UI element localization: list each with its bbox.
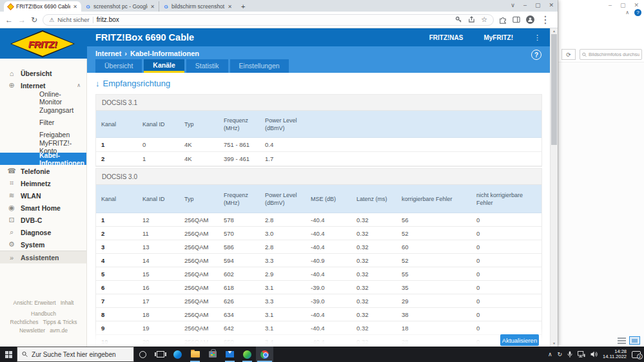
footer-link[interactable]: avm.de bbox=[50, 327, 68, 334]
collapse-ribbon-icon[interactable]: ∧ bbox=[625, 10, 629, 15]
taskbar-search[interactable] bbox=[17, 347, 134, 362]
fritz-nav-link[interactable]: MyFRITZ! bbox=[483, 34, 513, 41]
side-panel-icon[interactable] bbox=[512, 16, 520, 23]
fritz-tab[interactable]: Kanäle bbox=[144, 59, 184, 73]
sidebar-item[interactable]: ⚙ System bbox=[0, 238, 86, 251]
sidebar-item[interactable]: ⊡ DVB-C bbox=[0, 214, 86, 226]
fritz-nav-link[interactable]: FRITZ!NAS bbox=[429, 34, 463, 41]
help-icon[interactable]: ? bbox=[531, 50, 542, 60]
refresh-button[interactable]: ⟳ bbox=[561, 49, 576, 60]
footer-link[interactable]: Inhalt bbox=[61, 300, 74, 306]
close-icon[interactable]: ✕ bbox=[549, 2, 554, 8]
speaker-icon[interactable] bbox=[590, 351, 598, 357]
chrome-button[interactable] bbox=[256, 347, 273, 362]
password-key-icon[interactable] bbox=[455, 16, 462, 23]
task-view-button[interactable] bbox=[151, 347, 169, 362]
maximize-icon[interactable]: ▢ bbox=[535, 2, 541, 8]
start-button[interactable] bbox=[0, 347, 17, 362]
clock[interactable]: 14:28 14.11.2022 bbox=[603, 349, 627, 360]
microphone-icon[interactable] bbox=[567, 351, 572, 358]
tray-expand-icon[interactable]: ∧ bbox=[548, 351, 552, 357]
cortana-button[interactable] bbox=[134, 347, 151, 362]
sidebar-item[interactable]: Online-Monitor bbox=[0, 91, 86, 104]
photos-ribbon: ∧ ? bbox=[625, 9, 641, 16]
store-button[interactable] bbox=[204, 347, 221, 362]
browser-tab[interactable]: FRITZ!Box 6690 Cable ✕ bbox=[4, 1, 81, 12]
edge-beta-button[interactable] bbox=[239, 347, 256, 362]
share-icon[interactable] bbox=[468, 16, 475, 23]
list-view-icon[interactable] bbox=[618, 338, 626, 344]
file-explorer-button[interactable] bbox=[186, 347, 204, 362]
sidebar-item[interactable]: Zugangsart bbox=[0, 104, 86, 116]
reload-icon[interactable]: ↻ bbox=[31, 15, 37, 24]
sidebar-item[interactable]: Filter bbox=[0, 116, 86, 128]
photos-search-input[interactable] bbox=[589, 52, 639, 57]
breadcrumb-section[interactable]: Internet bbox=[95, 50, 121, 57]
fritz-menu-icon[interactable]: ⋮ bbox=[534, 33, 541, 42]
tab-title: screenshot pc - Google Suche bbox=[93, 3, 148, 10]
sidebar-item-label: Kabel-Informationen bbox=[39, 151, 84, 167]
cortana-icon bbox=[139, 351, 146, 358]
tab-close-icon[interactable]: ✕ bbox=[228, 4, 232, 10]
tab-search-chevron-icon[interactable]: ∨ bbox=[511, 2, 515, 8]
sidebar-item[interactable]: Kabel-Informationen bbox=[0, 153, 86, 165]
sidebar-item-label: Diagnose bbox=[21, 229, 51, 236]
fritzbox-page: FRITZ!Box 6690 Cable FRITZ!NASMyFRITZ! ⋮… bbox=[0, 28, 550, 347]
column-header: korrigierbare Fehler bbox=[396, 193, 471, 205]
sidebar-item[interactable]: ⌂ Übersicht bbox=[0, 67, 86, 79]
sidebar-item[interactable]: ☎ Telefonie bbox=[0, 165, 86, 177]
sidebar-item[interactable]: ⌗ Heimnetz bbox=[0, 177, 86, 189]
edge-button[interactable] bbox=[169, 347, 186, 362]
address-bar[interactable]: ⚠ Nicht sicher fritz.box ☆ bbox=[43, 14, 494, 26]
tile-view-icon[interactable] bbox=[629, 336, 640, 345]
help-icon[interactable]: ? bbox=[634, 9, 641, 16]
sidebar-item[interactable]: ◉ Smart Home bbox=[0, 202, 86, 214]
footer-link[interactable]: Tipps & Tricks bbox=[43, 319, 77, 325]
tab-close-icon[interactable]: ✕ bbox=[150, 4, 155, 10]
new-tab-button[interactable]: + bbox=[241, 3, 245, 12]
browser-window: FRITZ!Box 6690 Cable ✕ G screenshot pc -… bbox=[0, 0, 558, 347]
sidebar-item[interactable]: ≋ WLAN bbox=[0, 189, 86, 202]
forward-icon[interactable]: → bbox=[18, 15, 26, 24]
browser-tab[interactable]: G screenshot pc - Google Suche ✕ bbox=[81, 1, 159, 12]
chrome-icon bbox=[260, 350, 269, 359]
browser-tab[interactable]: G bildschirm screenshot erstellen - ✕ bbox=[159, 1, 236, 12]
breadcrumb-separator: › bbox=[124, 50, 127, 57]
browser-menu-icon[interactable]: ⋮ bbox=[540, 14, 551, 26]
close-icon[interactable]: ✕ bbox=[634, 2, 639, 8]
network-icon[interactable] bbox=[578, 351, 585, 357]
sync-icon[interactable]: ↻ bbox=[557, 351, 562, 357]
sidebar-item-icon: ⚙ bbox=[7, 240, 16, 249]
footer-link[interactable]: Handbuch bbox=[31, 310, 56, 317]
mail-button[interactable] bbox=[221, 347, 239, 362]
footer-link[interactable]: Ansicht: Erweitert bbox=[14, 300, 56, 306]
scroll-up-icon[interactable]: ▴ bbox=[551, 28, 558, 34]
bookmark-star-icon[interactable]: ☆ bbox=[481, 15, 487, 24]
footer-link[interactable]: Newsletter bbox=[19, 327, 45, 334]
docsis30-rows: 1 12 256QAM 578 2.8 -40.4 0.32 56 0 bbox=[96, 213, 542, 347]
scrollbar[interactable]: ▴ ▾ bbox=[550, 28, 558, 347]
notification-center-icon[interactable]: 2 bbox=[632, 351, 641, 358]
sidebar-item[interactable]: ⌕ Diagnose bbox=[0, 226, 86, 238]
sidebar-item[interactable]: » Assistenten bbox=[0, 251, 86, 263]
screen: – ▢ ✕ ∧ ? ⟳ bbox=[0, 0, 644, 362]
minimize-icon[interactable]: – bbox=[609, 2, 612, 8]
fritz-tab[interactable]: Einstellungen bbox=[230, 59, 289, 73]
column-header: Typ bbox=[179, 193, 219, 205]
scroll-down-icon[interactable]: ▾ bbox=[551, 341, 558, 347]
taskbar-search-input[interactable] bbox=[32, 351, 129, 358]
maximize-icon[interactable]: ▢ bbox=[620, 2, 626, 8]
minimize-icon[interactable]: – bbox=[523, 2, 527, 8]
tab-close-icon[interactable]: ✕ bbox=[73, 4, 77, 10]
profile-avatar[interactable] bbox=[526, 15, 534, 24]
section-heading[interactable]: ↓ Empfangsrichtung bbox=[95, 79, 550, 88]
fritz-logo[interactable]: FRITZ! bbox=[10, 30, 75, 57]
fritz-tab[interactable]: Übersicht bbox=[95, 59, 142, 73]
fritz-tab[interactable]: Statistik bbox=[186, 59, 228, 73]
photos-search[interactable] bbox=[580, 49, 642, 60]
scrollbar-thumb[interactable] bbox=[551, 34, 557, 145]
footer-link[interactable]: Rechtliches bbox=[10, 319, 39, 325]
update-button[interactable]: Aktualisieren bbox=[500, 334, 539, 346]
back-icon[interactable]: ← bbox=[5, 15, 13, 24]
extensions-icon[interactable] bbox=[499, 16, 507, 24]
